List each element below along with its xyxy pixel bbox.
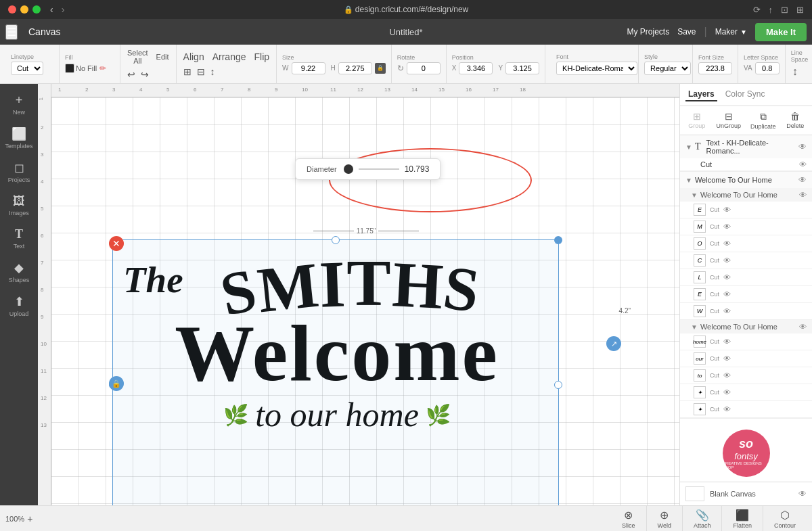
edit-button[interactable]: Edit bbox=[155, 51, 171, 62]
selection-box[interactable] bbox=[112, 239, 559, 505]
save-button[interactable]: Save bbox=[677, 27, 696, 37]
undo-button[interactable]: ↩ bbox=[126, 68, 137, 81]
maximize-button[interactable] bbox=[32, 5, 41, 14]
handle-middle-right[interactable] bbox=[554, 381, 562, 389]
sidebar-item-new[interactable]: + New bbox=[3, 89, 35, 120]
layer-item-E[interactable]: E Cut 👁 bbox=[680, 202, 812, 218]
maker-button[interactable]: Maker ▼ bbox=[715, 27, 747, 37]
layer-C-eye-icon[interactable]: 👁 bbox=[723, 256, 731, 264]
back-button[interactable]: ‹ bbox=[49, 3, 55, 16]
width-input[interactable] bbox=[292, 62, 325, 74]
fill-color-swatch[interactable] bbox=[65, 64, 74, 73]
layer-item-O[interactable]: O Cut 👁 bbox=[680, 235, 812, 252]
fill-edit-icon[interactable]: ✏ bbox=[98, 62, 108, 74]
ungroup-button[interactable]: ⊟ UnGroup bbox=[712, 109, 745, 132]
layer-item-L[interactable]: L Cut 👁 bbox=[680, 269, 812, 286]
layer-home-eye-icon[interactable]: 👁 bbox=[723, 338, 731, 346]
layer-subgroup-welcome-header[interactable]: ▼ Welcome To Our Home 👁 bbox=[680, 188, 812, 202]
contour-button[interactable]: ⬡ Contour bbox=[763, 506, 807, 532]
y-input[interactable] bbox=[505, 62, 539, 74]
diameter-slider[interactable]: 10.793 bbox=[344, 164, 430, 174]
arrange-icon[interactable]: ⊟ bbox=[196, 65, 206, 78]
rotate-input[interactable] bbox=[407, 62, 441, 74]
layer-item-to[interactable]: to Cut 👁 bbox=[680, 367, 812, 384]
my-projects-button[interactable]: My Projects bbox=[627, 27, 669, 37]
sidebar-item-text[interactable]: T Text bbox=[3, 223, 35, 254]
layer-item-M[interactable]: M Cut 👁 bbox=[680, 218, 812, 235]
layer-item-our[interactable]: our Cut 👁 bbox=[680, 350, 812, 367]
font-size-input[interactable] bbox=[698, 62, 732, 74]
group-button[interactable]: ⊞ Group bbox=[683, 109, 710, 132]
layer-to-eye-icon[interactable]: 👁 bbox=[723, 371, 731, 379]
forward-button[interactable]: › bbox=[60, 3, 66, 16]
layer-item-branch2[interactable]: ✦ Cut 👁 bbox=[680, 401, 812, 418]
slice-button[interactable]: ⊗ Slice bbox=[611, 506, 647, 532]
layer-subgroup-toh-header[interactable]: ▼ Welcome To Our Home 👁 bbox=[680, 320, 812, 333]
canvas-area[interactable]: 1 2 3 4 5 6 7 8 9 10 11 12 13 14 15 16 1… bbox=[38, 84, 679, 505]
layer-cut-eye-icon[interactable]: 👁 bbox=[799, 160, 807, 168]
layer-W-eye-icon[interactable]: 👁 bbox=[723, 307, 731, 315]
flatten-button[interactable]: ⬛ Flatten bbox=[722, 506, 763, 532]
letter-space-input[interactable] bbox=[755, 62, 780, 74]
align-icon[interactable]: ⊞ bbox=[182, 65, 193, 78]
line-space-icon[interactable]: ↕ bbox=[791, 64, 799, 79]
layer-our-eye-icon[interactable]: 👁 bbox=[723, 354, 731, 363]
color-sync-tab[interactable]: Color Sync bbox=[723, 88, 768, 101]
sidebar-item-templates[interactable]: ⬜ Templates bbox=[3, 122, 35, 154]
size-lock-icon[interactable]: 🔒 bbox=[375, 63, 386, 74]
sidebar-item-shapes[interactable]: ◆ Shapes bbox=[3, 256, 35, 287]
duplicate-button[interactable]: ⧉ Duplicate bbox=[746, 109, 780, 132]
layer-item-cut[interactable]: Cut 👁 bbox=[680, 158, 812, 171]
layer-item-home[interactable]: home Cut 👁 bbox=[680, 333, 812, 350]
minimize-button[interactable] bbox=[20, 5, 28, 14]
handle-top-center[interactable] bbox=[332, 236, 340, 244]
layer-toh-eye-icon[interactable]: 👁 bbox=[799, 323, 807, 331]
delete-circle-button[interactable]: ✕ bbox=[109, 236, 124, 251]
layer-E-eye-icon[interactable]: 👁 bbox=[723, 206, 731, 214]
layer-item-branch1[interactable]: ✦ Cut 👁 bbox=[680, 384, 812, 401]
lock-circle-button[interactable]: 🔒 bbox=[109, 376, 124, 391]
x-input[interactable] bbox=[459, 62, 493, 74]
height-input[interactable] bbox=[338, 62, 372, 74]
delete-button[interactable]: 🗑 Delete bbox=[782, 109, 809, 132]
resize-circle[interactable]: ↗ bbox=[606, 336, 621, 351]
handle-rotate[interactable] bbox=[554, 236, 562, 244]
make-it-button[interactable]: Make It bbox=[755, 23, 807, 41]
document-title: Untitled* bbox=[389, 27, 422, 37]
layer-group-welcome-outer-header[interactable]: ▼ Welcome To Our Home 👁 bbox=[680, 172, 812, 188]
word-to-icon: to bbox=[694, 369, 706, 382]
sidebar-item-upload[interactable]: ⬆ Upload bbox=[3, 290, 35, 321]
attach-button[interactable]: 📎 Attach bbox=[683, 506, 723, 532]
menu-button[interactable]: ☰ bbox=[5, 24, 18, 40]
layer-group-text-header[interactable]: ▼ T Text - KH-Delicate-Romanc... 👁 bbox=[680, 135, 812, 158]
layer-M-eye-icon[interactable]: 👁 bbox=[723, 223, 731, 231]
redo-button[interactable]: ↪ bbox=[139, 68, 150, 81]
layers-tab[interactable]: Layers bbox=[685, 88, 717, 101]
layer-item-W[interactable]: W Cut 👁 bbox=[680, 303, 812, 320]
flip-icon[interactable]: ↕ bbox=[209, 65, 217, 78]
layer-item-E2[interactable]: E Cut 👁 bbox=[680, 286, 812, 303]
sidebar-item-images[interactable]: 🖼 Images bbox=[3, 190, 35, 221]
layer-branch1-eye-icon[interactable]: 👁 bbox=[723, 388, 731, 396]
font-select[interactable]: KH-Delicate-Romance-Sans bbox=[556, 62, 637, 75]
layer-O-eye-icon[interactable]: 👁 bbox=[723, 239, 731, 248]
linetype-select[interactable]: Cut bbox=[11, 62, 43, 75]
weld-button[interactable]: ⊕ Weld bbox=[647, 506, 683, 532]
layer-E2-eye-icon[interactable]: 👁 bbox=[723, 290, 731, 298]
layer-eye2-icon[interactable]: 👁 bbox=[798, 175, 807, 185]
sidebar-item-projects[interactable]: ◻ Projects bbox=[3, 156, 35, 187]
fill-value: No Fill bbox=[76, 64, 97, 72]
arrange-button[interactable]: Arrange bbox=[211, 50, 248, 64]
close-button[interactable] bbox=[8, 5, 16, 14]
select-all-button[interactable]: Select All bbox=[126, 47, 150, 66]
zoom-in-button[interactable]: + bbox=[27, 513, 32, 524]
layer-subgroup-toh-label: Welcome To Our Home bbox=[700, 323, 796, 331]
layer-eye-icon[interactable]: 👁 bbox=[798, 142, 807, 152]
align-button[interactable]: Align bbox=[182, 50, 206, 64]
layer-branch2-eye-icon[interactable]: 👁 bbox=[723, 405, 731, 413]
layer-L-eye-icon[interactable]: 👁 bbox=[723, 273, 731, 281]
layer-item-C[interactable]: C Cut 👁 bbox=[680, 252, 812, 269]
style-select[interactable]: Regular bbox=[644, 62, 691, 75]
layer-sub-eye-icon[interactable]: 👁 bbox=[799, 191, 807, 199]
flip-button[interactable]: Flip bbox=[253, 50, 271, 64]
